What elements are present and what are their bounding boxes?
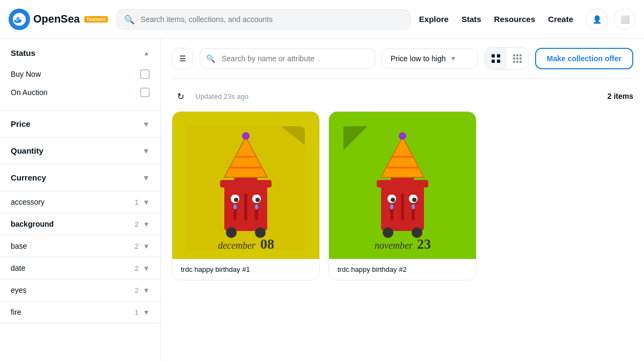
nft-card-1[interactable]: december 08 trdc happy birthday #1 (172, 111, 320, 280)
navbar-nav: Explore Stats Resources Create (419, 15, 573, 24)
attr-date-chevron-icon: ▼ (143, 264, 150, 272)
svg-rect-8 (516, 57, 518, 60)
grid-4-button[interactable] (485, 48, 507, 69)
updated-text: Updated 23s ago (195, 92, 601, 100)
toolbar: ☰ 🔍 Price low to high ▼ (172, 39, 633, 79)
on-auction-checkbox[interactable] (140, 88, 150, 97)
status-options: Buy Now On Auction (11, 65, 150, 102)
svg-rect-18 (244, 193, 247, 220)
on-auction-label: On Auction (11, 88, 48, 97)
nft-card-1-svg: december 08 (176, 115, 316, 255)
wallet-icon: ⬜ (620, 15, 630, 24)
currency-chevron-icon: ▼ (142, 174, 150, 182)
attr-accessory-label: accessory (11, 198, 45, 206)
svg-point-26 (233, 204, 237, 210)
buy-now-label: Buy Now (11, 70, 41, 78)
svg-rect-3 (497, 60, 500, 63)
buy-now-option[interactable]: Buy Now (11, 65, 150, 83)
svg-point-49 (412, 204, 415, 210)
attr-fire[interactable]: fire 1 ▼ (0, 301, 160, 323)
nav-stats[interactable]: Stats (462, 15, 481, 24)
sidebar: Status ▲ Buy Now On Auction Price ▼ (0, 39, 161, 361)
svg-text:23: 23 (417, 236, 431, 252)
attr-base-count: 2 (135, 242, 138, 250)
nft-grid: december 08 trdc happy birthday #1 (172, 111, 633, 293)
attr-eyes-right: 2 ▼ (135, 286, 150, 294)
svg-point-25 (255, 198, 260, 202)
svg-text:december: december (218, 240, 256, 251)
svg-text:08: 08 (260, 236, 274, 252)
quantity-right: ▼ (142, 147, 150, 155)
filter-toggle-button[interactable]: ☰ (172, 48, 193, 69)
attr-date[interactable]: date 2 ▼ (0, 257, 160, 279)
attr-base[interactable]: base 2 ▼ (0, 235, 160, 257)
svg-point-54 (399, 132, 406, 140)
profile-button[interactable]: 👤 (586, 9, 608, 30)
refresh-button[interactable]: ↻ (172, 88, 189, 105)
svg-rect-10 (513, 61, 515, 63)
attr-accessory[interactable]: accessory 1 ▼ (0, 191, 160, 213)
sort-chevron-icon: ▼ (450, 55, 456, 62)
svg-rect-6 (519, 54, 522, 56)
quantity-label: Quantity (11, 146, 43, 155)
svg-point-32 (242, 132, 250, 140)
currency-filter[interactable]: Currency ▼ (0, 164, 160, 191)
attributes-list: accessory 1 ▼ background 2 ▼ base 2 ▼ (0, 191, 160, 323)
nft-card-2[interactable]: november 23 trdc happy birthday #2 (328, 111, 477, 280)
search-bar: 🔍 (200, 48, 375, 69)
price-filter[interactable]: Price ▼ (0, 111, 160, 138)
price-label: Price (11, 119, 31, 128)
status-chevron-icon: ▲ (143, 49, 150, 57)
attr-accessory-right: 1 ▼ (135, 198, 150, 206)
buy-now-checkbox[interactable] (140, 69, 150, 79)
status-label: Status (11, 48, 35, 57)
svg-text:november: november (375, 240, 413, 251)
search-bar-icon: 🔍 (206, 54, 215, 63)
nft-card-1-name: trdc happy birthday #1 (181, 265, 311, 273)
attr-base-right: 2 ▼ (135, 242, 150, 250)
svg-point-24 (234, 198, 238, 202)
attr-fire-label: fire (11, 308, 21, 316)
status-section-header[interactable]: Status ▲ (11, 47, 150, 59)
refresh-icon: ↻ (177, 91, 184, 102)
make-offer-button[interactable]: Make collection offer (535, 48, 633, 69)
attr-fire-count: 1 (135, 308, 138, 316)
nft-card-2-image: november 23 (329, 112, 476, 259)
svg-point-47 (412, 198, 416, 202)
svg-rect-15 (220, 180, 272, 187)
filter-icon: ☰ (179, 54, 186, 63)
svg-rect-5 (516, 54, 518, 56)
grid-2-button[interactable] (507, 48, 528, 69)
nav-explore[interactable]: Explore (419, 15, 449, 24)
navbar: OpenSea Testnets 🔍 Explore Stats Resourc… (0, 0, 644, 39)
items-count: 2 items (608, 92, 633, 100)
nft-card-2-svg: november 23 (333, 115, 472, 255)
nav-resources[interactable]: Resources (494, 15, 536, 24)
nav-create[interactable]: Create (548, 15, 573, 24)
attr-accessory-chevron-icon: ▼ (143, 198, 150, 206)
wallet-button[interactable]: ⬜ (614, 9, 635, 30)
attr-date-right: 2 ▼ (135, 264, 150, 272)
nft-card-1-image: december 08 (172, 112, 319, 259)
svg-rect-2 (492, 60, 495, 63)
quantity-chevron-icon: ▼ (142, 147, 150, 155)
svg-point-42 (383, 227, 393, 238)
profile-icon: 👤 (592, 15, 602, 24)
navbar-search-icon: 🔍 (124, 14, 135, 24)
svg-point-27 (255, 204, 258, 210)
attr-background[interactable]: background 2 ▼ (0, 213, 160, 235)
sort-dropdown[interactable]: Price low to high ▼ (382, 48, 478, 69)
currency-right: ▼ (142, 174, 150, 182)
logo-text: OpenSea (33, 13, 80, 25)
logo[interactable]: OpenSea Testnets (9, 9, 108, 30)
nft-card-2-info: trdc happy birthday #2 (329, 259, 476, 280)
svg-rect-9 (519, 57, 522, 60)
attr-background-right: 2 ▼ (135, 220, 150, 228)
navbar-search-input[interactable] (116, 9, 411, 30)
main-content: ☰ 🔍 Price low to high ▼ (161, 39, 644, 361)
attr-fire-right: 1 ▼ (135, 308, 150, 316)
attr-eyes[interactable]: eyes 2 ▼ (0, 279, 160, 301)
search-bar-input[interactable] (200, 48, 375, 69)
quantity-filter[interactable]: Quantity ▼ (0, 138, 160, 164)
on-auction-option[interactable]: On Auction (11, 83, 150, 102)
